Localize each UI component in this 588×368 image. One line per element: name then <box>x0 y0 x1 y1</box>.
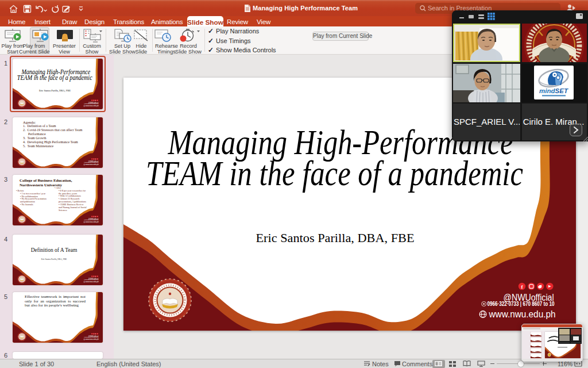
svg-text:mindSET: mindSET <box>539 87 568 94</box>
